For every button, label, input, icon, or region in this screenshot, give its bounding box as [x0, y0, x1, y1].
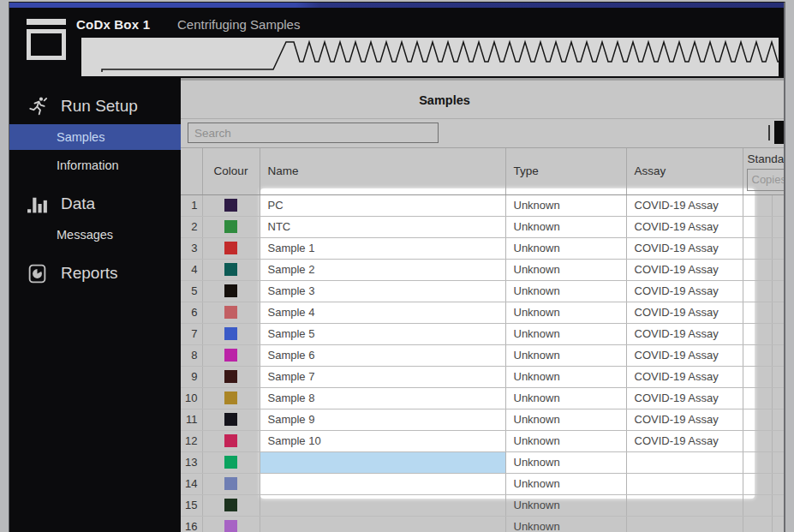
- standard-extra-cell[interactable]: [772, 194, 784, 216]
- row-number-cell[interactable]: 7: [181, 323, 202, 344]
- assay-cell[interactable]: [626, 451, 743, 473]
- standard-copies-cell[interactable]: [743, 473, 772, 494]
- row-number-cell[interactable]: 10: [181, 387, 202, 409]
- name-cell[interactable]: PC: [260, 194, 505, 216]
- type-cell[interactable]: Unknown: [505, 387, 626, 409]
- colour-cell[interactable]: [202, 259, 260, 280]
- name-cell[interactable]: Sample 6: [260, 344, 505, 366]
- name-cell[interactable]: Sample 2: [260, 259, 505, 280]
- type-cell[interactable]: Unknown: [505, 237, 626, 259]
- standard-copies-cell[interactable]: [743, 323, 772, 344]
- assay-cell[interactable]: [626, 494, 743, 516]
- standard-copies-cell[interactable]: [743, 409, 772, 430]
- name-cell[interactable]: NTC: [260, 216, 505, 237]
- colour-cell[interactable]: [202, 302, 260, 323]
- colour-swatch[interactable]: [224, 477, 237, 490]
- standard-copies-cell[interactable]: [743, 451, 772, 473]
- colour-swatch[interactable]: [224, 434, 237, 447]
- assay-cell[interactable]: COVID-19 Assay: [626, 366, 743, 387]
- type-cell[interactable]: Unknown: [505, 344, 626, 366]
- row-number-cell[interactable]: 3: [181, 237, 202, 259]
- colour-cell[interactable]: [202, 344, 260, 366]
- row-number-cell[interactable]: 13: [181, 451, 202, 473]
- sidebar-item-samples[interactable]: Samples: [9, 124, 181, 150]
- type-cell[interactable]: Unknown: [505, 473, 626, 494]
- row-number-cell[interactable]: 6: [181, 302, 202, 323]
- colour-swatch[interactable]: [224, 306, 237, 319]
- row-number-cell[interactable]: 14: [181, 473, 202, 494]
- header-name[interactable]: Name: [260, 148, 505, 194]
- colour-swatch[interactable]: [224, 413, 237, 426]
- colour-swatch[interactable]: [224, 349, 237, 362]
- sidebar-item-messages[interactable]: Messages: [9, 222, 181, 248]
- standard-copies-cell[interactable]: [743, 387, 772, 409]
- name-cell[interactable]: Sample 9: [260, 409, 505, 430]
- colour-cell[interactable]: [202, 409, 260, 430]
- name-cell[interactable]: Sample 3: [260, 280, 505, 302]
- colour-cell[interactable]: [202, 216, 260, 237]
- assay-cell[interactable]: COVID-19 Assay: [626, 259, 743, 280]
- colour-cell[interactable]: [202, 451, 260, 473]
- standard-extra-cell[interactable]: [772, 387, 784, 409]
- name-cell[interactable]: Sample 5: [260, 323, 505, 344]
- colour-swatch[interactable]: [224, 499, 237, 511]
- standard-copies-cell[interactable]: [743, 344, 772, 366]
- row-number-cell[interactable]: 12: [181, 430, 202, 451]
- assay-cell[interactable]: COVID-19 Assay: [626, 409, 743, 430]
- colour-cell[interactable]: [202, 280, 260, 302]
- colour-cell[interactable]: [202, 366, 260, 387]
- row-number-cell[interactable]: 15: [181, 494, 202, 516]
- assay-cell[interactable]: COVID-19 Assay: [626, 302, 743, 323]
- row-number-cell[interactable]: 8: [181, 344, 202, 366]
- assay-cell[interactable]: COVID-19 Assay: [626, 344, 743, 366]
- header-colour[interactable]: Colour: [202, 148, 260, 194]
- colour-swatch[interactable]: [224, 392, 237, 404]
- copies-subheader[interactable]: Copies: [747, 169, 785, 191]
- header-row-number[interactable]: [181, 148, 202, 194]
- standard-copies-cell[interactable]: [743, 216, 772, 237]
- type-cell[interactable]: Unknown: [505, 259, 626, 280]
- header-assay[interactable]: Assay: [626, 148, 743, 194]
- sidebar-item-run-setup[interactable]: Run Setup: [9, 91, 181, 122]
- assay-cell[interactable]: COVID-19 Assay: [626, 280, 743, 302]
- colour-cell[interactable]: [202, 494, 260, 516]
- type-cell[interactable]: Unknown: [505, 366, 626, 387]
- type-cell[interactable]: Unknown: [505, 302, 626, 323]
- standard-extra-cell[interactable]: [772, 366, 784, 387]
- standard-copies-cell[interactable]: [743, 302, 772, 323]
- colour-cell[interactable]: [202, 387, 260, 409]
- colour-swatch[interactable]: [224, 199, 237, 212]
- colour-cell[interactable]: [202, 516, 260, 532]
- standard-extra-cell[interactable]: [772, 494, 784, 516]
- standard-copies-cell[interactable]: [743, 430, 772, 451]
- colour-swatch[interactable]: [224, 242, 237, 254]
- sidebar-item-reports[interactable]: Reports: [9, 258, 181, 289]
- name-cell[interactable]: [260, 516, 505, 532]
- colour-swatch[interactable]: [224, 220, 237, 233]
- colour-swatch[interactable]: [224, 284, 237, 297]
- row-number-cell[interactable]: 9: [181, 366, 202, 387]
- colour-cell[interactable]: [202, 194, 260, 216]
- name-cell[interactable]: Sample 10: [260, 430, 505, 451]
- name-cell[interactable]: [260, 473, 505, 494]
- colour-swatch[interactable]: [224, 456, 237, 469]
- type-cell[interactable]: Unknown: [505, 494, 626, 516]
- standard-extra-cell[interactable]: [772, 344, 784, 366]
- name-cell[interactable]: [260, 451, 505, 473]
- name-cell[interactable]: Sample 7: [260, 366, 505, 387]
- type-cell[interactable]: Unknown: [505, 430, 626, 451]
- standard-copies-cell[interactable]: [743, 494, 772, 516]
- colour-swatch[interactable]: [224, 263, 237, 276]
- assay-cell[interactable]: COVID-19 Assay: [626, 387, 743, 409]
- standard-copies-cell[interactable]: [743, 366, 772, 387]
- type-cell[interactable]: Unknown: [505, 323, 626, 344]
- sidebar-item-data[interactable]: Data: [9, 188, 181, 219]
- standard-copies-cell[interactable]: [743, 237, 772, 259]
- assay-cell[interactable]: COVID-19 Assay: [626, 216, 743, 237]
- standard-extra-cell[interactable]: [772, 280, 784, 302]
- standard-extra-cell[interactable]: [772, 323, 784, 344]
- standard-copies-cell[interactable]: [743, 194, 772, 216]
- row-number-cell[interactable]: 2: [181, 216, 202, 237]
- assay-cell[interactable]: COVID-19 Assay: [626, 237, 743, 259]
- standard-copies-cell[interactable]: [743, 280, 772, 302]
